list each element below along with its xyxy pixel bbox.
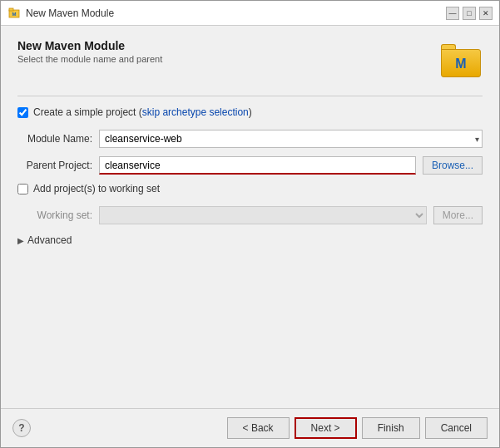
flex-spacer [17, 251, 483, 396]
advanced-arrow-icon: ▶ [17, 236, 24, 245]
help-button[interactable]: ? [12, 419, 31, 437]
main-window: M New Maven Module — □ ✕ New Maven Modul… [0, 0, 500, 448]
finish-button[interactable]: Finish [362, 417, 420, 439]
close-button[interactable]: ✕ [479, 7, 493, 20]
browse-button[interactable]: Browse... [423, 156, 483, 175]
window-title: New Maven Module [26, 7, 446, 19]
working-set-field-label: Working set: [17, 209, 92, 221]
window-icon: M [7, 7, 21, 20]
module-name-wrap: ▾ [99, 130, 483, 148]
advanced-row[interactable]: ▶ Advanced [17, 233, 483, 248]
working-set-checkbox-label: Add project(s) to working set [33, 183, 160, 194]
page-subtitle: Select the module name and parent [17, 54, 439, 64]
titlebar: M New Maven Module — □ ✕ [1, 1, 499, 26]
bottom-bar: ? < Back Next > Finish Cancel [1, 408, 499, 447]
simple-project-row: Create a simple project (skip archetype … [17, 106, 483, 118]
next-button[interactable]: Next > [295, 417, 357, 439]
parent-project-row: Parent Project: Browse... [17, 156, 483, 175]
bottom-buttons: < Back Next > Finish Cancel [227, 417, 488, 439]
back-button[interactable]: < Back [227, 417, 290, 439]
module-name-input[interactable] [99, 130, 483, 148]
working-set-select [99, 206, 427, 224]
archetype-link[interactable]: skip archetype selection [142, 106, 249, 118]
folder-letter: M [455, 57, 466, 71]
folder-body: M [441, 49, 481, 77]
maximize-button[interactable]: □ [463, 7, 476, 20]
svg-text:M: M [12, 12, 17, 17]
checkbox-label: Create a simple project (skip archetype … [33, 106, 252, 118]
svg-rect-1 [9, 8, 13, 11]
parent-project-input[interactable] [99, 156, 416, 175]
header-area: New Maven Module Select the module name … [17, 39, 483, 82]
header-text: New Maven Module Select the module name … [17, 39, 439, 64]
parent-project-label: Parent Project: [17, 160, 92, 171]
parent-project-wrap [99, 156, 416, 175]
cancel-button[interactable]: Cancel [425, 417, 488, 439]
window-controls: — □ ✕ [446, 7, 493, 20]
page-title: New Maven Module [17, 39, 439, 52]
header-divider [17, 96, 483, 96]
simple-project-checkbox[interactable] [17, 107, 28, 118]
working-set-checkbox[interactable] [17, 184, 28, 194]
minimize-button[interactable]: — [446, 7, 459, 20]
advanced-label: Advanced [27, 234, 72, 246]
maven-folder-icon: M [441, 44, 481, 77]
module-name-row: Module Name: ▾ [17, 130, 483, 148]
main-content: New Maven Module Select the module name … [1, 26, 499, 408]
working-set-row: Working set: More... [17, 206, 483, 224]
form-area: Create a simple project (skip archetype … [17, 106, 483, 251]
more-button: More... [433, 206, 483, 224]
module-name-label: Module Name: [17, 133, 92, 145]
working-set-checkbox-row: Add project(s) to working set [17, 183, 483, 194]
header-icon: M [439, 39, 483, 82]
